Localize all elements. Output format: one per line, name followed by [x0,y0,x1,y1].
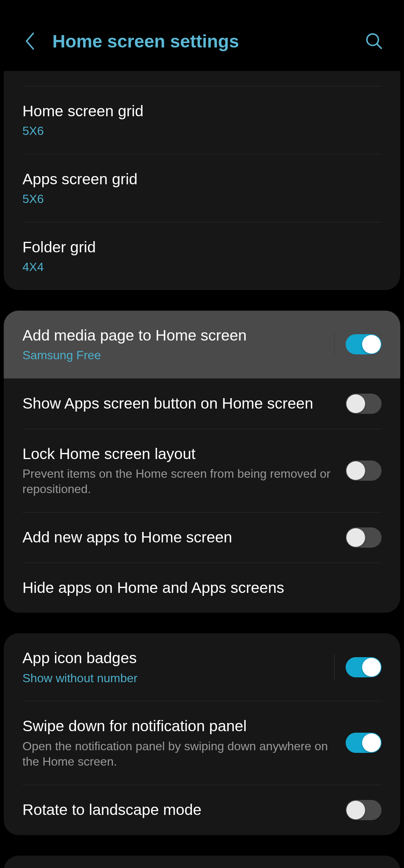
back-button[interactable] [19,30,41,52]
misc-options-card: App icon badges Show without number Swip… [4,633,400,835]
show-apps-button-toggle[interactable] [346,394,382,414]
home-screen-grid-row[interactable]: Home screen grid 5X6 [4,86,400,154]
row-sub: Prevent items on the Home screen from be… [22,466,346,497]
rotate-landscape-toggle[interactable] [346,800,382,820]
home-options-card: Add media page to Home screen Samsung Fr… [4,311,400,613]
divider [334,331,334,357]
row-label: Lock Home screen layout [22,444,346,464]
show-apps-button-row[interactable]: Show Apps screen button on Home screen [4,379,400,429]
swipe-notification-toggle[interactable] [346,733,382,753]
settings-list: Home screen grid 5X6 Apps screen grid 5X… [0,71,404,868]
row-label: Add new apps to Home screen [22,527,346,547]
search-icon [365,33,383,50]
folder-grid-row[interactable]: Folder grid 4X4 [4,222,400,290]
row-label: Folder grid [22,237,382,257]
row-sub: Open the notification panel by swiping d… [22,739,346,770]
row-sub: Show without number [22,671,334,686]
row-label: App icon badges [22,648,334,668]
row-label: Rotate to landscape mode [22,800,346,820]
header: Home screen settings [0,0,404,71]
lock-layout-row[interactable]: Lock Home screen layout Prevent items on… [4,429,400,512]
add-new-apps-row[interactable]: Add new apps to Home screen [4,513,400,563]
swipe-notification-row[interactable]: Swipe down for notification panel Open t… [4,701,400,784]
search-button[interactable] [363,30,385,52]
row-label: Apps screen grid [22,169,382,189]
add-media-page-row[interactable]: Add media page to Home screen Samsung Fr… [4,311,400,378]
row-value: 5X6 [22,123,382,139]
row-label: Home screen grid [22,101,382,121]
chevron-left-icon [23,32,37,50]
app-icon-badges-row[interactable]: App icon badges Show without number [4,633,400,701]
next-card-partial [4,856,400,868]
app-icon-badges-toggle[interactable] [346,657,382,677]
add-new-apps-toggle[interactable] [346,527,382,548]
row-value: 5X6 [22,191,382,207]
row-sub: Samsung Free [22,348,334,363]
row-label: Show Apps screen button on Home screen [22,394,346,413]
page-title: Home screen settings [52,31,363,52]
apps-screen-grid-row[interactable]: Apps screen grid 5X6 [4,154,400,222]
row-label: Add media page to Home screen [22,326,334,345]
hide-apps-row[interactable]: Hide apps on Home and Apps screens [4,563,400,613]
divider [334,654,334,680]
row-label: Swipe down for notification panel [22,716,346,736]
grid-settings-card: Home screen grid 5X6 Apps screen grid 5X… [4,71,400,290]
lock-layout-toggle[interactable] [346,461,382,481]
row-label: Hide apps on Home and Apps screens [22,578,382,598]
rotate-landscape-row[interactable]: Rotate to landscape mode [4,785,400,835]
svg-line-1 [377,44,382,49]
add-media-page-toggle[interactable] [346,334,382,354]
row-value: 4X4 [22,259,382,275]
